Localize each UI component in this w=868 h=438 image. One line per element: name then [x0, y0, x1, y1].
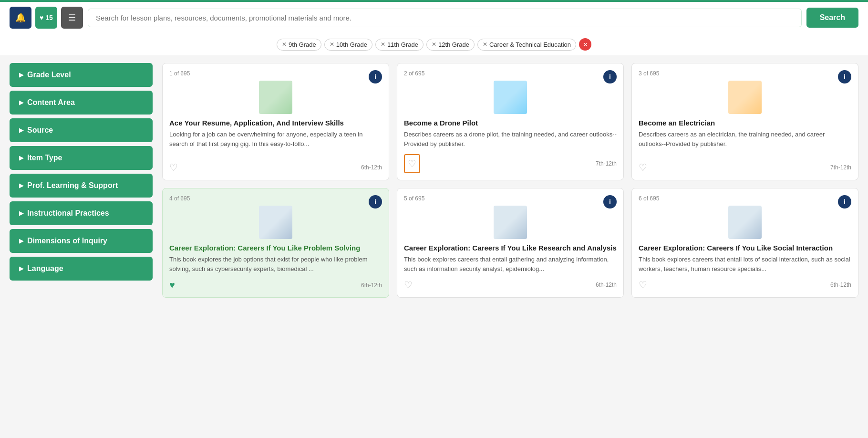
sidebar-item-item-type[interactable]: ▶Item Type — [10, 146, 153, 170]
info-button[interactable]: i — [603, 195, 617, 209]
favorite-button[interactable]: ♡ — [639, 279, 647, 291]
sidebar-item-dimensions-of-inquiry[interactable]: ▶Dimensions of Inquiry — [10, 229, 153, 253]
card-thumbnail — [728, 206, 762, 239]
chevron-right-icon: ▶ — [19, 238, 23, 244]
card-thumbnail — [259, 81, 292, 114]
sidebar-item-source[interactable]: ▶Source — [10, 118, 153, 142]
chevron-right-icon: ▶ — [19, 72, 23, 78]
tag-label: 12th Grade — [438, 41, 469, 48]
filter-tag: ✕Career & Technical Education — [477, 39, 576, 51]
info-button[interactable]: i — [838, 70, 851, 83]
grade-tag: 6th-12th — [361, 282, 382, 289]
favorite-wrapper: ♥ — [169, 280, 175, 291]
card: 5 of 695 i Career Exploration: Careers I… — [397, 188, 624, 298]
chevron-right-icon: ▶ — [19, 99, 23, 106]
card-thumbnail — [259, 206, 292, 239]
filter-tag: ✕10th Grade — [324, 39, 372, 51]
sidebar: ▶Grade Level▶Content Area▶Source▶Item Ty… — [10, 63, 153, 298]
favorite-button[interactable]: ♡ — [169, 162, 178, 173]
sidebar-item-label: Item Type — [27, 154, 62, 162]
chevron-right-icon: ▶ — [19, 210, 23, 217]
card-description: This book explores careers that entail g… — [404, 255, 617, 273]
tag-label: 11th Grade — [387, 41, 418, 48]
sidebar-item-grade-level[interactable]: ▶Grade Level — [10, 63, 153, 87]
card: 4 of 695 i Career Exploration: Careers I… — [162, 188, 389, 298]
favorite-wrapper: ♡ — [169, 162, 178, 173]
chevron-right-icon: ▶ — [19, 265, 23, 272]
card-description: Looking for a job can be overwhelming fo… — [169, 130, 382, 156]
card-footer: ♡ 6th-12th — [169, 162, 382, 173]
top-bar-left: 🔔 ♥ 15 ☰ — [10, 7, 83, 29]
favorites-button[interactable]: ♥ 15 — [35, 7, 57, 29]
sidebar-item-label: Instructional Practices — [27, 209, 109, 218]
card-title: Become an Electrician — [639, 119, 851, 127]
card-counter: 1 of 695 — [169, 70, 382, 77]
card-description: This book explores careers that entail l… — [639, 255, 851, 273]
card-title: Ace Your Resume, Application, And Interv… — [169, 119, 382, 127]
tag-label: Career & Technical Education — [489, 41, 571, 48]
sidebar-item-label: Grade Level — [27, 71, 71, 79]
remove-tag-icon[interactable]: ✕ — [282, 41, 287, 48]
card-footer: ♡ 6th-12th — [404, 279, 617, 291]
card-counter: 5 of 695 — [404, 195, 617, 202]
sidebar-item-label: Prof. Learning & Support — [27, 181, 118, 190]
grade-tag: 6th-12th — [596, 282, 617, 288]
grade-tag: 6th-12th — [830, 282, 851, 288]
card-thumbnail — [494, 206, 527, 239]
search-input[interactable] — [88, 9, 802, 27]
card: 1 of 695 i Ace Your Resume, Application,… — [162, 63, 389, 180]
favorite-button[interactable]: ♡ — [639, 162, 647, 173]
tag-label: 10th Grade — [336, 41, 367, 48]
main-layout: ▶Grade Level▶Content Area▶Source▶Item Ty… — [0, 55, 868, 305]
sidebar-item-label: Dimensions of Inquiry — [27, 237, 107, 245]
card-title: Career Exploration: Careers If You Like … — [639, 244, 851, 252]
favorite-wrapper: ♡ — [639, 279, 647, 291]
favorite-wrapper: ♡ — [404, 279, 413, 291]
card-counter: 6 of 695 — [639, 195, 851, 202]
filter-tag: ✕11th Grade — [375, 39, 424, 51]
content-area: 1 of 695 i Ace Your Resume, Application,… — [162, 63, 858, 298]
card: 3 of 695 i Become an Electrician Describ… — [631, 63, 858, 180]
card-counter: 4 of 695 — [169, 195, 382, 202]
card-title: Career Exploration: Careers If You Like … — [169, 244, 382, 252]
sidebar-item-language[interactable]: ▶Language — [10, 257, 153, 281]
remove-tag-icon[interactable]: ✕ — [483, 41, 487, 48]
info-button[interactable]: i — [369, 70, 382, 83]
grade-tag: 6th-12th — [361, 164, 382, 171]
sidebar-item-label: Content Area — [27, 98, 75, 107]
card: 2 of 695 i Become a Drone Pilot Describe… — [397, 63, 624, 180]
favorite-button[interactable]: ♡ — [408, 158, 416, 169]
card-counter: 2 of 695 — [404, 70, 617, 77]
search-button[interactable]: Search — [806, 8, 858, 28]
card-thumbnail — [728, 81, 762, 114]
remove-tag-icon[interactable]: ✕ — [432, 41, 436, 48]
card-description: Describes careers as a drone pilot, the … — [404, 130, 617, 148]
card: 6 of 695 i Career Exploration: Careers I… — [631, 188, 858, 298]
grade-tag: 7th-12th — [830, 164, 851, 171]
cards-grid: 1 of 695 i Ace Your Resume, Application,… — [162, 63, 858, 298]
info-button[interactable]: i — [603, 70, 617, 83]
chevron-right-icon: ▶ — [19, 155, 23, 161]
remove-tag-icon[interactable]: ✕ — [330, 41, 334, 48]
info-button[interactable]: i — [369, 195, 382, 209]
card-description: Describes careers as an electrician, the… — [639, 130, 851, 156]
sidebar-item-content-area[interactable]: ▶Content Area — [10, 91, 153, 115]
card-counter: 3 of 695 — [639, 70, 851, 77]
remove-tag-icon[interactable]: ✕ — [381, 41, 385, 48]
menu-button[interactable]: ☰ — [61, 7, 83, 29]
card-title: Become a Drone Pilot — [404, 119, 617, 127]
card-thumbnail — [494, 81, 527, 114]
card-footer: ♡ 7th-12th — [639, 162, 851, 173]
grade-tag: 7th-12th — [596, 160, 617, 167]
clear-all-tags-button[interactable]: ✕ — [579, 38, 591, 51]
card-footer: ♥ 6th-12th — [169, 280, 382, 291]
favorite-button[interactable]: ♡ — [404, 279, 413, 291]
sidebar-item-label: Source — [27, 126, 53, 135]
sidebar-item-prof--learning---support[interactable]: ▶Prof. Learning & Support — [10, 174, 153, 198]
sidebar-item-label: Language — [27, 264, 63, 273]
sidebar-item-instructional-practices[interactable]: ▶Instructional Practices — [10, 201, 153, 225]
bell-button[interactable]: 🔔 — [10, 7, 31, 29]
favorite-button[interactable]: ♥ — [169, 280, 175, 291]
filter-tag: ✕9th Grade — [277, 39, 321, 51]
info-button[interactable]: i — [838, 195, 851, 209]
